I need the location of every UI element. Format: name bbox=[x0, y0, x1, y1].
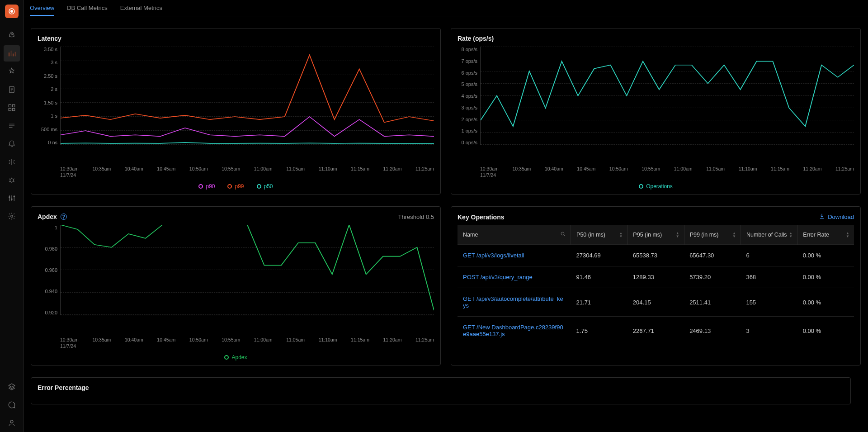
ytick: 1.50 s bbox=[44, 100, 57, 105]
tab-external[interactable]: External Metrics bbox=[120, 1, 162, 16]
svg-point-2 bbox=[11, 33, 12, 35]
latency-plot[interactable] bbox=[60, 47, 434, 145]
nav-get-started[interactable] bbox=[4, 27, 20, 43]
nav-bugs[interactable] bbox=[4, 172, 20, 188]
cell-p95: 2267.71 bbox=[627, 317, 684, 345]
rate-title: Rate (ops/s) bbox=[458, 35, 494, 42]
op-name-link[interactable]: POST /api/v3/query_range bbox=[458, 266, 571, 288]
apdex-title: Apdex bbox=[38, 213, 57, 220]
col-label: P99 (in ms) bbox=[690, 232, 719, 238]
legend-label: Apdex bbox=[231, 354, 247, 361]
col-p99[interactable]: P99 (in ms)▲▼ bbox=[684, 225, 741, 245]
op-name-link[interactable]: GET /New DashboardPage.c28239f90e9aae55e… bbox=[458, 317, 571, 345]
nav-billing[interactable] bbox=[4, 379, 20, 395]
legend-p50[interactable]: p50 bbox=[257, 183, 273, 190]
error-pct-title: Error Percentage bbox=[38, 384, 844, 391]
apdex-legend: Apdex bbox=[38, 354, 434, 361]
legend-p90[interactable]: p90 bbox=[198, 183, 215, 190]
help-icon[interactable]: ? bbox=[61, 214, 67, 220]
col-label: P50 (in ms) bbox=[576, 232, 605, 238]
apdex-plot[interactable] bbox=[60, 225, 434, 315]
col-name[interactable]: Name bbox=[458, 225, 571, 245]
download-icon bbox=[819, 213, 825, 221]
xtick: 10:50am bbox=[609, 166, 628, 171]
ytick: 2.50 s bbox=[44, 73, 57, 79]
cell-calls: 368 bbox=[741, 266, 797, 288]
ytick: 0 ns bbox=[48, 140, 57, 145]
cell-calls: 155 bbox=[741, 288, 797, 317]
ytick: 5 ops/s bbox=[462, 81, 477, 87]
xtick: 10:45am bbox=[157, 166, 175, 171]
col-p95[interactable]: P95 (in ms)▲▼ bbox=[627, 225, 684, 245]
sort-icon[interactable]: ▲▼ bbox=[846, 232, 849, 238]
nav-logs[interactable] bbox=[4, 81, 20, 98]
search-icon[interactable] bbox=[560, 231, 566, 238]
apdex-chart[interactable]: 1 0.980 0.960 0.940 0.920 bbox=[38, 225, 434, 335]
op-name-link[interactable]: GET /api/v3/logs/livetail bbox=[458, 245, 571, 266]
xtick: 11:15am bbox=[351, 166, 369, 171]
content-scroll[interactable]: Latency 3.50 s 3 s 2.50 s 2 s 1.50 s 1 s… bbox=[24, 16, 868, 432]
tab-overview[interactable]: Overview bbox=[30, 1, 54, 16]
page-tabs: Overview DB Call Metrics External Metric… bbox=[24, 0, 868, 16]
download-button[interactable]: Download bbox=[819, 213, 854, 221]
col-label: Number of Calls bbox=[746, 232, 787, 238]
xtick: 10:30am bbox=[480, 166, 499, 171]
xtick: 10:40am bbox=[125, 166, 143, 171]
svg-point-13 bbox=[10, 420, 13, 423]
main-area: Overview DB Call Metrics External Metric… bbox=[24, 0, 868, 432]
xtick: 11:20am bbox=[803, 166, 822, 171]
nav-exceptions[interactable] bbox=[4, 154, 20, 170]
nav-support[interactable] bbox=[4, 397, 20, 413]
svg-point-8 bbox=[10, 179, 14, 182]
legend-apdex[interactable]: Apdex bbox=[224, 354, 247, 361]
svg-rect-6 bbox=[9, 109, 11, 111]
panel-latency: Latency 3.50 s 3 s 2.50 s 2 s 1.50 s 1 s… bbox=[31, 28, 441, 195]
nav-pipelines[interactable] bbox=[4, 190, 20, 206]
op-name-link[interactable]: GET /api/v3/autocomplete/attribute_keys bbox=[458, 288, 571, 317]
cell-p50: 91.46 bbox=[571, 266, 627, 288]
ytick: 0.960 bbox=[45, 267, 57, 273]
nav-account[interactable] bbox=[4, 415, 20, 431]
xtick: 11:00am bbox=[254, 337, 273, 342]
cell-p50: 21.71 bbox=[571, 288, 627, 317]
download-label: Download bbox=[828, 214, 854, 220]
sort-icon[interactable]: ▲▼ bbox=[619, 232, 623, 238]
col-calls[interactable]: Number of Calls▲▼ bbox=[741, 225, 797, 245]
col-p50[interactable]: P50 (in ms)▲▼ bbox=[571, 225, 627, 245]
rate-chart[interactable]: 8 ops/s 7 ops/s 6 ops/s 5 ops/s 4 ops/s … bbox=[458, 47, 854, 164]
legend-p99[interactable]: p99 bbox=[227, 183, 244, 190]
nav-traces[interactable] bbox=[4, 63, 20, 80]
col-label: P95 (in ms) bbox=[633, 232, 662, 238]
ytick: 3 s bbox=[51, 60, 57, 65]
tab-dbcall[interactable]: DB Call Metrics bbox=[67, 1, 108, 16]
col-label: Error Rate bbox=[803, 232, 829, 238]
xtick: 11:25am bbox=[415, 337, 434, 342]
legend-operations[interactable]: Operations bbox=[639, 183, 673, 190]
cell-p99: 5739.20 bbox=[684, 266, 741, 288]
panel-error-percentage: Error Percentage bbox=[31, 377, 851, 404]
xtick: 10:50am bbox=[189, 166, 208, 171]
svg-point-0 bbox=[10, 10, 13, 13]
xtick: 11:15am bbox=[351, 337, 369, 342]
col-err[interactable]: Error Rate▲▼ bbox=[797, 225, 854, 245]
nav-messaging[interactable] bbox=[4, 118, 20, 134]
nav-dashboards[interactable] bbox=[4, 100, 20, 116]
apdex-threshold: Threshold 0.5 bbox=[398, 214, 434, 220]
ytick: 1 bbox=[55, 225, 57, 230]
latency-yaxis: 3.50 s 3 s 2.50 s 2 s 1.50 s 1 s 500 ms … bbox=[38, 47, 60, 145]
cell-p50: 27304.69 bbox=[571, 245, 627, 266]
nav-settings[interactable] bbox=[4, 208, 20, 224]
app-logo[interactable] bbox=[5, 5, 19, 18]
sort-icon[interactable]: ▲▼ bbox=[732, 232, 736, 238]
xtick: 10:35am bbox=[92, 337, 111, 342]
svg-point-9 bbox=[9, 197, 9, 198]
rate-yaxis: 8 ops/s 7 ops/s 6 ops/s 5 ops/s 4 ops/s … bbox=[458, 47, 480, 145]
rate-plot[interactable] bbox=[480, 47, 854, 145]
xtick: 10:55am bbox=[642, 166, 660, 171]
xtick: 11:00am bbox=[254, 166, 273, 171]
nav-services[interactable] bbox=[4, 45, 20, 62]
sort-icon[interactable]: ▲▼ bbox=[676, 232, 679, 238]
latency-chart[interactable]: 3.50 s 3 s 2.50 s 2 s 1.50 s 1 s 500 ms … bbox=[38, 47, 434, 164]
nav-alerts[interactable] bbox=[4, 136, 20, 152]
sort-icon[interactable]: ▲▼ bbox=[789, 232, 793, 238]
